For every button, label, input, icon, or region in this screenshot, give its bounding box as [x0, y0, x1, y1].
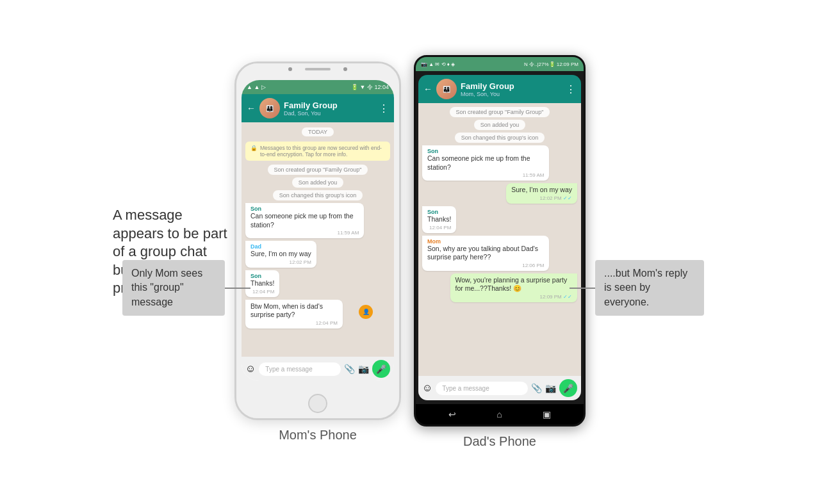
date-badge: TODAY	[302, 127, 334, 136]
dads-phone-wrapper: ....but Mom's reply is seen by everyone.…	[414, 55, 586, 449]
header-subtitle: Dad, Son, You	[284, 110, 375, 117]
status-left-icons: 📷 ▲ ✉ ⟲ ♦ ◈	[421, 61, 455, 67]
phone-top	[236, 63, 399, 75]
dad-more-icon[interactable]: ⋮	[566, 83, 576, 95]
private-msg-container: Btw Mom, when is dad's surprise party? 1…	[245, 300, 364, 329]
dad-msg-time-pickup: 11:59 AM	[427, 172, 544, 178]
dad-msg-text-thanks: Thanks!	[427, 215, 451, 224]
dad-msg-time-party: 12:06 PM	[427, 263, 544, 268]
dad-message-input[interactable]: Type a message	[436, 382, 528, 395]
system-msg-icon: Son changed this group's icon	[273, 190, 363, 200]
input-placeholder: Type a message	[265, 366, 312, 373]
dad-chat-area: Son created group "Family Group" Son add…	[418, 103, 581, 376]
ticks-onway: ✓✓	[563, 195, 572, 201]
dad-header-info: Family Group Mom, Son, You	[461, 81, 562, 97]
msg-time-onway: 12:02 PM	[250, 259, 311, 265]
camera-icon[interactable]: 📷	[358, 364, 369, 374]
encryption-text: Messages to this group are now secured w…	[260, 145, 385, 158]
msg-time-pickup: 11:59 AM	[250, 230, 359, 236]
msg-private-time: 12:04 PM	[250, 320, 338, 326]
dad-group-avatar: 👨‍👩‍👦	[436, 79, 457, 99]
page-container: A message appears to be part of a group …	[0, 0, 820, 504]
encryption-notice: 🔒 Messages to this group are now secured…	[245, 142, 390, 161]
recent-nav-icon[interactable]: ▣	[543, 409, 551, 419]
dad-msg-sender-son: Son	[427, 148, 544, 154]
msg-text-onway: Sure, I'm on my way	[250, 250, 311, 259]
dad-attach-icon[interactable]: 📎	[531, 383, 542, 393]
connector-line2	[570, 288, 595, 289]
dad-msg-son-thanks: Son Thanks! 12:04 PM	[422, 206, 456, 233]
mom-reply-text: ....but Mom's reply is seen by everyone.	[604, 268, 687, 307]
system-msg-created: Son created group "Family Group"	[268, 165, 368, 175]
lock-icon: 🔒	[250, 145, 258, 151]
dad-msg-mom-party: Mom Son, why are you talking about Dad's…	[422, 236, 549, 271]
system-msg-added: Son added you	[292, 177, 344, 188]
more-icon[interactable]: ⋮	[379, 102, 389, 115]
dad-msg-onway: Sure, I'm on my way 12:02 PM ✓✓	[506, 183, 577, 204]
msg-text-pickup: Can someone pick me up from the station?	[250, 212, 359, 229]
dad-header-subtitle: Mom, Son, You	[461, 91, 562, 97]
chat-header[interactable]: ← 👨‍👩‍👦 Family Group Dad, Son, You ⋮	[242, 94, 394, 122]
status-right: N 令..|27%🔋 12:09 PM	[524, 61, 578, 68]
camera-dot	[288, 67, 292, 71]
header-info: Family Group Dad, Son, You	[284, 101, 375, 117]
dad-input-placeholder: Type a message	[442, 385, 489, 392]
dad-msg-text-onway: Sure, I'm on my way	[511, 186, 572, 195]
emoji-icon[interactable]: ☺	[245, 363, 256, 375]
dad-phone-screen: ← 👨‍👩‍👦 Family Group Mom, Son, You ⋮ Son…	[418, 75, 581, 400]
phone-bottom	[236, 386, 399, 418]
dad-system-msg-added: Son added you	[474, 120, 526, 130]
dad-input-area: ☺ Type a message 📎 📷 🎤	[418, 376, 581, 400]
dad-msg-text-pickup: Can someone pick me up from the station?	[427, 154, 544, 172]
group-avatar: 👨‍👩‍👦	[259, 98, 280, 118]
dad-system-msg-icon: Son changed this group's icon	[455, 133, 545, 143]
only-mom-annotation: Only Mom sees this "group" message	[122, 260, 250, 316]
msg-dad-onway: Dad Sure, I'm on my way 12:02 PM	[245, 241, 316, 268]
back-icon[interactable]: ←	[247, 103, 256, 113]
msg-private-text: Btw Mom, when is dad's surprise party?	[250, 302, 338, 320]
dad-back-icon[interactable]: ←	[423, 84, 432, 94]
nav-bar: ↩ ⌂ ▣	[416, 404, 584, 425]
only-mom-box: Only Mom sees this "group" message	[122, 260, 225, 316]
dad-msg-son-pickup: Son Can someone pick me up from the stat…	[422, 145, 549, 181]
msg-sender-son: Son	[250, 206, 359, 212]
dad-msg-time-onway: 12:02 PM ✓✓	[511, 195, 572, 201]
mic-button[interactable]: 🎤	[372, 360, 390, 378]
dad-msg-sender-son2: Son	[427, 209, 451, 215]
input-area: ☺ Type a message 📎 📷 🎤	[242, 357, 394, 381]
attach-icon[interactable]: 📎	[344, 364, 355, 374]
dad-group-name: Family Group	[461, 81, 562, 91]
chat-area: TODAY 🔒 Messages to this group are now s…	[242, 122, 394, 357]
msg-time-thanks: 12:04 PM	[250, 289, 274, 295]
only-mom-text: Only Mom sees this "group" message	[131, 268, 202, 307]
dad-emoji-icon[interactable]: ☺	[422, 382, 432, 394]
dad-chat-header[interactable]: ← 👨‍👩‍👦 Family Group Mom, Son, You ⋮	[418, 75, 581, 103]
msg-son-pickup: Son Can someone pick me up from the stat…	[245, 203, 364, 238]
header-icons[interactable]: ⋮	[379, 102, 389, 115]
message-input[interactable]: Type a message	[259, 362, 341, 376]
status-bar: ▲ ▲ ▷ 🔋 ▼ 令 12:04	[242, 80, 394, 94]
connector-line	[225, 288, 250, 289]
msg-son-thanks: Son Thanks! 12:04 PM	[245, 270, 279, 297]
home-nav-icon[interactable]: ⌂	[496, 409, 502, 419]
home-button[interactable]	[308, 394, 327, 413]
dad-avatar-image: 👨‍👩‍👦	[436, 79, 457, 99]
phone-screen: ▲ ▲ ▷ 🔋 ▼ 令 12:04 ← 👨‍👩‍👦 Family Group D…	[242, 80, 394, 381]
moms-phone-wrapper: Only Mom sees this "group" message ▲ ▲ ▷…	[234, 61, 401, 443]
back-nav-icon[interactable]: ↩	[448, 409, 456, 419]
dad-msg-time-surprise: 12:09 PM ✓✓	[455, 294, 572, 300]
dad-status-time: 12:09 PM	[557, 61, 578, 67]
dad-header-icons[interactable]: ⋮	[566, 83, 576, 95]
status-icons-right: 🔋 ▼ 令 12:04	[351, 83, 389, 92]
msg-sender-dad: Dad	[250, 243, 311, 250]
private-indicator: 👤	[359, 305, 373, 319]
dad-mic-button[interactable]: 🎤	[559, 379, 577, 397]
dad-camera-icon[interactable]: 📷	[545, 383, 556, 393]
black-phone-frame: 📷 ▲ ✉ ⟲ ♦ ◈ N 令..|27%🔋 12:09 PM ← 👨‍👩‍👦 …	[414, 55, 586, 427]
mom-reply-annotation: ....but Mom's reply is seen by everyone.	[570, 260, 704, 316]
status-time: 12:04	[374, 84, 389, 90]
moms-phone-label: Mom's Phone	[279, 428, 357, 443]
status-icons-left: ▲ ▲ ▷	[247, 84, 266, 90]
msg-private: Btw Mom, when is dad's surprise party? 1…	[245, 300, 343, 329]
dad-system-msg-created: Son created group "Family Group"	[450, 107, 550, 117]
